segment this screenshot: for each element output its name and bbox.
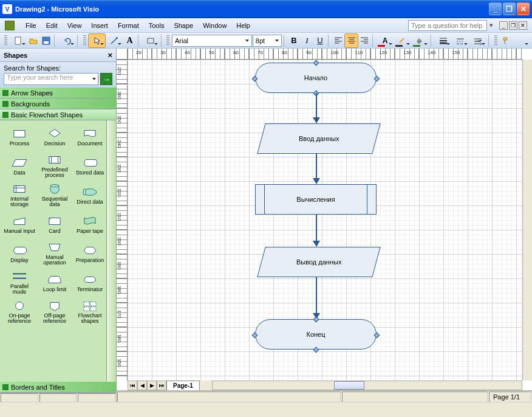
tab-nav-next[interactable]: ▶	[147, 381, 157, 390]
connector-tool[interactable]	[106, 34, 123, 47]
svg-rect-20	[90, 302, 96, 306]
shape-stored-data[interactable]: Stored data	[73, 152, 107, 180]
shape-manual-input[interactable]: Manual input	[2, 210, 36, 238]
toolbar-grip[interactable]	[83, 35, 86, 46]
window-title: Drawing2 - Microsoft Visio	[15, 5, 99, 13]
minimize-button[interactable]: _	[489, 2, 502, 15]
font-name-select[interactable]: Arial	[172, 35, 252, 47]
shape-data[interactable]: Data	[2, 152, 36, 180]
shape-on-page-reference[interactable]: On-page reference	[2, 298, 36, 326]
shape-predefined-process[interactable]: Predefined process	[38, 152, 72, 180]
stencil-arrow-shapes[interactable]: Arrow Shapes	[0, 88, 116, 98]
shape-decision[interactable]: Decision	[38, 123, 72, 151]
svg-rect-19	[84, 302, 89, 306]
line-color-button[interactable]	[394, 34, 411, 47]
toolbar-grip[interactable]	[166, 35, 169, 46]
menu-format[interactable]: Format	[113, 21, 144, 30]
mdi-minimize[interactable]: _	[499, 21, 508, 30]
mdi-restore[interactable]: ❐	[509, 21, 517, 30]
flowchart-start[interactable]: Начало	[255, 63, 377, 93]
more-button[interactable]	[513, 34, 530, 47]
align-center-button[interactable]	[345, 34, 357, 47]
toolbar-grip[interactable]	[494, 35, 497, 46]
line-pattern-button[interactable]	[452, 34, 469, 47]
stencil-borders-titles[interactable]: Borders and Titles	[0, 382, 116, 393]
maximize-button[interactable]: ❐	[503, 2, 516, 15]
open-button[interactable]	[27, 34, 39, 47]
vertical-ruler[interactable]: 270260250240230220210200190180170160150	[117, 60, 128, 381]
shape-display[interactable]: Display	[2, 240, 36, 267]
menu-view[interactable]: View	[63, 21, 87, 30]
mdi-close[interactable]: ✕	[519, 21, 527, 30]
text-tool[interactable]: A	[123, 34, 135, 47]
shape-paper-tape[interactable]: Paper tape	[73, 210, 107, 238]
shape-parallel-mode[interactable]: Parallel mode	[2, 269, 36, 297]
flowchart-input[interactable]: Ввод данных	[257, 123, 380, 154]
flowchart-process[interactable]: Вычисления	[255, 184, 377, 215]
shape-terminator[interactable]: Terminator	[73, 269, 107, 297]
align-right-button[interactable]	[358, 34, 370, 47]
flowchart-output[interactable]: Вывод данных	[257, 247, 380, 277]
shapes-close-button[interactable]: ×	[107, 50, 112, 60]
shape-direct-data[interactable]: Direct data	[73, 181, 107, 209]
undo-button[interactable]	[58, 34, 75, 47]
vertical-scrollbar[interactable]	[522, 60, 532, 381]
line-ends-button[interactable]	[469, 34, 486, 47]
horizontal-scrollbar[interactable]	[212, 381, 522, 390]
visio-icon	[5, 21, 15, 30]
stencil-backgrounds[interactable]: Backgrounds	[0, 98, 116, 109]
shape-off-page-reference[interactable]: Off-page reference	[38, 298, 72, 326]
font-color-button[interactable]: A	[377, 34, 394, 47]
fill-color-button[interactable]	[412, 34, 429, 47]
page-tab-1[interactable]: Page-1	[166, 381, 200, 390]
shape-sequential-data[interactable]: Sequential data	[38, 181, 72, 209]
stencil-scrollbar[interactable]	[106, 120, 116, 382]
menu-tools[interactable]: Tools	[144, 21, 169, 30]
shape-card[interactable]: Card	[38, 210, 72, 238]
flowchart-end[interactable]: Конец	[255, 319, 377, 350]
menu-shape[interactable]: Shape	[169, 21, 198, 30]
app-icon: V	[2, 4, 12, 14]
tab-nav-last[interactable]: ⏭	[157, 381, 166, 390]
bold-button[interactable]: B	[288, 34, 300, 47]
stencil-basic-flowchart[interactable]: Basic Flowchart Shapes	[0, 109, 116, 120]
close-button[interactable]: ✕	[517, 2, 530, 15]
shapes-search-input[interactable]: Type your search here	[4, 73, 98, 85]
shape-flowchart-shapes[interactable]: Flowchart shapes	[73, 298, 107, 326]
menu-file[interactable]: File	[21, 21, 41, 30]
svg-point-12	[50, 185, 60, 187]
menu-edit[interactable]: Edit	[41, 21, 63, 30]
drawing-canvas[interactable]: Начало Ввод данных Вычисления Вывод данн…	[128, 60, 522, 381]
title-bar: V Drawing2 - Microsoft Visio _ ❐ ✕	[0, 0, 532, 18]
shape-loop-limit[interactable]: Loop limit	[38, 269, 72, 297]
toolbar-grip[interactable]	[4, 35, 7, 46]
horizontal-ruler[interactable]: 2030405060708090100110120130140150	[128, 49, 522, 60]
help-search-input[interactable]	[408, 20, 487, 31]
shapes-search-go[interactable]: →	[100, 73, 112, 85]
shape-preparation[interactable]: Preparation	[73, 240, 107, 267]
format-painter-button[interactable]	[500, 34, 512, 47]
page-tabs-bar: ⏮ ◀ ▶ ⏭ Page-1	[128, 381, 522, 390]
save-button[interactable]	[40, 34, 52, 47]
font-size-select[interactable]: 8pt	[253, 35, 282, 47]
line-weight-button[interactable]	[435, 34, 452, 47]
pointer-tool[interactable]	[89, 34, 106, 47]
rectangle-tool[interactable]	[142, 34, 159, 47]
italic-button[interactable]: I	[301, 34, 313, 47]
svg-rect-4	[14, 130, 25, 137]
tab-nav-prev[interactable]: ◀	[137, 381, 147, 390]
shape-manual-operation[interactable]: Manual operation	[38, 240, 72, 267]
shape-document[interactable]: Document	[73, 123, 107, 151]
menu-help[interactable]: Help	[231, 21, 255, 30]
shapes-panel-title: Shapes	[4, 52, 27, 59]
new-button[interactable]	[10, 34, 27, 47]
tab-nav-first[interactable]: ⏮	[128, 381, 137, 390]
shapes-panel-status	[0, 393, 116, 402]
align-left-button[interactable]	[332, 34, 344, 47]
status-bar: Page 1/1	[117, 390, 532, 402]
shape-internal-storage[interactable]: Internal storage	[2, 181, 36, 209]
menu-window[interactable]: Window	[198, 21, 231, 30]
underline-button[interactable]: U	[314, 34, 326, 47]
menu-insert[interactable]: Insert	[86, 21, 113, 30]
shape-process[interactable]: Process	[2, 123, 36, 151]
